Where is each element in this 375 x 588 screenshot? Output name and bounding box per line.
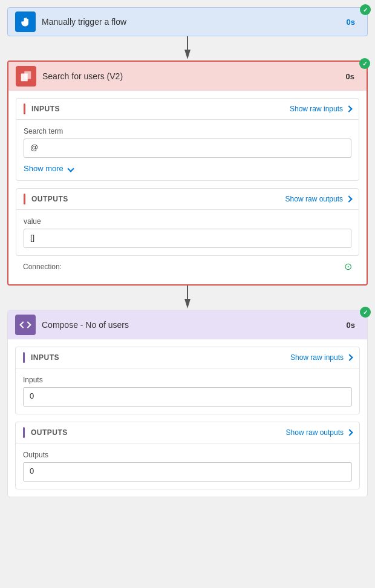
compose-inputs-label: INPUTS bbox=[31, 353, 59, 362]
show-more-text: Show more bbox=[24, 164, 64, 173]
compose-block-body: INPUTS Show raw inputs Inputs 0 OUTPUTS bbox=[8, 347, 367, 497]
search-term-value: @ bbox=[24, 139, 351, 158]
compose-inputs-label-field: Inputs bbox=[23, 376, 352, 384]
connection-check-icon: ⊙ bbox=[344, 261, 352, 272]
inputs-left-bar bbox=[24, 103, 25, 114]
search-block-status-check: ✓ bbox=[359, 58, 370, 69]
svg-rect-3 bbox=[24, 71, 31, 79]
compose-outputs-left-bar bbox=[23, 427, 25, 438]
show-raw-inputs-link[interactable]: Show raw inputs bbox=[290, 105, 351, 113]
trigger-title: Manually trigger a flow bbox=[42, 17, 342, 27]
show-raw-outputs-chevron bbox=[345, 195, 352, 202]
compose-icon bbox=[19, 319, 31, 331]
compose-inputs-panel: INPUTS Show raw inputs Inputs 0 bbox=[15, 347, 360, 414]
compose-inputs-header: INPUTS Show raw inputs bbox=[16, 347, 359, 368]
compose-show-raw-inputs-link[interactable]: Show raw inputs bbox=[290, 353, 352, 362]
show-raw-inputs-chevron bbox=[345, 105, 352, 112]
compose-show-raw-outputs-text: Show raw outputs bbox=[286, 428, 344, 437]
compose-outputs-panel: OUTPUTS Show raw outputs Outputs 0 bbox=[15, 422, 360, 489]
compose-inputs-value: 0 bbox=[23, 387, 352, 407]
svg-marker-1 bbox=[184, 50, 191, 59]
compose-show-raw-outputs-chevron bbox=[346, 429, 353, 436]
value-content: [] bbox=[24, 229, 351, 248]
compose-inputs-left-bar bbox=[23, 352, 25, 363]
office-icon bbox=[19, 70, 33, 83]
trigger-status-check: ✓ bbox=[360, 4, 371, 15]
compose-outputs-body: Outputs 0 bbox=[16, 443, 359, 489]
compose-outputs-header-left: OUTPUTS bbox=[23, 427, 68, 438]
compose-outputs-label: OUTPUTS bbox=[31, 428, 68, 437]
compose-icon-box bbox=[15, 315, 36, 335]
trigger-block: Manually trigger a flow 0s ✓ bbox=[7, 7, 368, 36]
connection-label: Connection: bbox=[23, 263, 62, 271]
svg-marker-5 bbox=[184, 299, 191, 309]
inputs-panel: INPUTS Show raw inputs Search term @ Sho… bbox=[16, 98, 359, 181]
trigger-icon-box bbox=[15, 11, 36, 32]
show-raw-outputs-link[interactable]: Show raw outputs bbox=[285, 195, 351, 203]
arrow-1 bbox=[7, 36, 368, 60]
outputs-header: OUTPUTS Show raw outputs bbox=[16, 189, 359, 210]
compose-outputs-label-field: Outputs bbox=[23, 451, 352, 459]
value-label: value bbox=[24, 217, 351, 226]
inputs-body: Search term @ Show more bbox=[16, 120, 359, 180]
outputs-body: value [] bbox=[16, 210, 359, 255]
compose-block-status-check: ✓ bbox=[360, 307, 371, 318]
compose-outputs-header: OUTPUTS Show raw outputs bbox=[16, 422, 359, 443]
trigger-time: 0s bbox=[342, 16, 360, 28]
compose-block: Compose - No of users 0s ✓ INPUTS Show r… bbox=[7, 310, 368, 497]
search-term-label: Search term bbox=[24, 127, 351, 136]
search-block-time: 0s bbox=[341, 71, 359, 82]
search-block-body: INPUTS Show raw inputs Search term @ Sho… bbox=[8, 98, 367, 284]
compose-block-title: Compose - No of users bbox=[42, 320, 342, 330]
compose-show-raw-inputs-text: Show raw inputs bbox=[290, 353, 344, 362]
compose-inputs-header-left: INPUTS bbox=[23, 352, 59, 363]
inputs-label: INPUTS bbox=[31, 105, 60, 113]
inputs-header-left: INPUTS bbox=[24, 103, 60, 114]
compose-block-time: 0s bbox=[342, 319, 360, 331]
outputs-left-bar bbox=[24, 194, 25, 204]
compose-inputs-body: Inputs 0 bbox=[16, 368, 359, 414]
search-block: Search for users (V2) 0s ✓ INPUTS Show r… bbox=[7, 60, 368, 286]
show-raw-outputs-text: Show raw outputs bbox=[285, 195, 343, 203]
show-more-chevron bbox=[67, 165, 74, 172]
connection-row: Connection: ⊙ bbox=[16, 256, 359, 277]
compose-show-raw-inputs-chevron bbox=[346, 354, 353, 361]
compose-show-raw-outputs-link[interactable]: Show raw outputs bbox=[286, 428, 352, 437]
show-raw-inputs-text: Show raw inputs bbox=[290, 105, 343, 113]
search-block-title: Search for users (V2) bbox=[42, 71, 341, 81]
outputs-label: OUTPUTS bbox=[31, 195, 68, 203]
arrow-2 bbox=[7, 286, 368, 310]
compose-block-header: Compose - No of users 0s ✓ bbox=[8, 310, 367, 339]
outputs-panel: OUTPUTS Show raw outputs value [] bbox=[16, 188, 359, 256]
hand-icon bbox=[19, 16, 31, 28]
inputs-header: INPUTS Show raw inputs bbox=[16, 99, 359, 120]
compose-outputs-value: 0 bbox=[23, 462, 352, 482]
outputs-header-left: OUTPUTS bbox=[24, 194, 68, 204]
office-icon-box bbox=[16, 66, 36, 87]
search-block-header: Search for users (V2) 0s ✓ bbox=[8, 62, 367, 91]
show-more-link[interactable]: Show more bbox=[24, 164, 351, 173]
